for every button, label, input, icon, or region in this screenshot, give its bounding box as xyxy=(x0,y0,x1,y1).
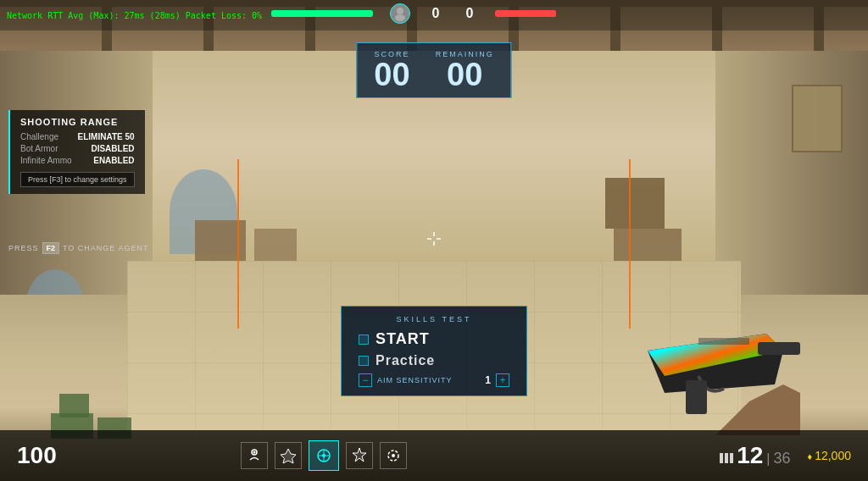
ability-e xyxy=(309,440,339,471)
ammo-current: 12 xyxy=(737,442,763,469)
score-center: 0 0 xyxy=(271,3,597,24)
ability-icons xyxy=(241,440,407,471)
svg-marker-11 xyxy=(281,449,296,463)
bot-armor-val: DISABLED xyxy=(91,144,134,153)
score-value: 00 xyxy=(374,58,409,91)
network-avg-label: Avg (Max): xyxy=(68,11,124,20)
ammo-pip-3 xyxy=(730,453,733,463)
money-value: 12,000 xyxy=(815,449,851,462)
scoreboard: SCORE 00 REMAINING 00 xyxy=(356,42,511,98)
ability-c-icon xyxy=(241,442,268,469)
network-rtt-label: Network RTT xyxy=(7,11,63,20)
network-packet-loss-label: Packet Loss: xyxy=(186,11,252,20)
svg-point-13 xyxy=(322,454,326,457)
start-label: START xyxy=(376,330,430,348)
skills-title: SKILLS TEST xyxy=(359,315,509,323)
ability-f xyxy=(380,442,407,469)
ally-health-bar xyxy=(271,10,373,17)
svg-point-16 xyxy=(392,454,395,457)
remaining-box: REMAINING 00 xyxy=(436,50,494,91)
remaining-value: 00 xyxy=(447,58,482,91)
ammo-pip-1 xyxy=(720,453,723,463)
ability-c xyxy=(241,442,268,469)
enemy-health-bar xyxy=(495,10,597,17)
ally-health-bar-container xyxy=(271,10,373,17)
weapon-hand xyxy=(614,266,800,439)
ability-q xyxy=(275,442,302,469)
svg-rect-6 xyxy=(758,342,800,355)
ammo-display: 12 | 36 xyxy=(720,442,790,469)
press-label: PRESS xyxy=(8,244,39,252)
infinite-ammo-val: ENABLED xyxy=(93,156,134,165)
ammo-pip-2 xyxy=(725,453,728,463)
money-symbol: ♦ xyxy=(807,451,815,462)
start-button[interactable]: START xyxy=(359,330,509,348)
network-rtt-value: 27ms (28ms) xyxy=(125,11,181,20)
ability-x-icon xyxy=(346,442,373,469)
money-display: ♦ 12,000 xyxy=(807,449,851,462)
svg-point-1 xyxy=(395,14,405,21)
enemy-score: 0 xyxy=(461,6,478,21)
ability-f-icon xyxy=(380,442,407,469)
enemy-health-fill xyxy=(495,10,556,17)
network-info: Network RTT Avg (Max): 27ms (28ms) Packe… xyxy=(7,11,262,20)
player-avatar xyxy=(390,3,410,24)
ability-x xyxy=(346,442,373,469)
ability-e-icon xyxy=(309,440,339,471)
infinite-ammo-row: Infinite Ammo ENABLED xyxy=(20,156,135,165)
ammo-reserve: 36 xyxy=(773,450,790,467)
ammo-pips xyxy=(720,453,733,463)
svg-point-0 xyxy=(397,8,403,14)
ammo-separator: | xyxy=(766,451,770,467)
aim-sensitivity-row: − AIM SENSITIVITY 1 + xyxy=(359,373,509,387)
ability-q-icon xyxy=(275,442,302,469)
score-box: SCORE 00 xyxy=(374,50,409,91)
aim-sensitivity-label: AIM SENSITIVITY xyxy=(377,376,480,384)
svg-marker-14 xyxy=(353,448,366,462)
ally-health-fill xyxy=(271,10,373,17)
network-packet-loss-value: 0% xyxy=(252,11,262,20)
health-display: 100 xyxy=(17,442,85,469)
svg-rect-7 xyxy=(698,338,749,345)
ally-score: 0 xyxy=(427,6,444,21)
range-title: SHOOTING RANGE xyxy=(20,117,135,127)
top-hud: Network RTT Avg (Max): 27ms (28ms) Packe… xyxy=(0,0,868,30)
bot-armor-key: Bot Armor xyxy=(20,144,58,153)
aim-sensitivity-value: 1 xyxy=(485,374,491,386)
practice-icon xyxy=(359,356,369,366)
practice-label: Practice xyxy=(376,353,435,368)
crosshair xyxy=(426,230,442,251)
settings-button[interactable]: Press [F3] to change settings xyxy=(20,172,135,187)
practice-button[interactable]: Practice xyxy=(359,353,509,368)
shooting-range-panel: SHOOTING RANGE Challenge ELIMINATE 50 Bo… xyxy=(8,110,145,194)
change-agent-prompt: PRESS F2 TO CHANGE AGENT xyxy=(8,242,148,254)
start-icon xyxy=(359,334,369,345)
aim-increase-button[interactable]: + xyxy=(496,373,509,387)
challenge-key: Challenge xyxy=(20,132,58,141)
weapon-svg xyxy=(614,266,800,435)
challenge-row: Challenge ELIMINATE 50 xyxy=(20,132,135,141)
f2-key: F2 xyxy=(42,242,60,254)
svg-point-10 xyxy=(253,451,256,454)
svg-rect-8 xyxy=(686,380,707,414)
to-change-label: TO CHANGE AGENT xyxy=(63,244,148,252)
bot-armor-row: Bot Armor DISABLED xyxy=(20,144,135,153)
infinite-ammo-key: Infinite Ammo xyxy=(20,156,72,165)
challenge-val: ELIMINATE 50 xyxy=(78,132,135,141)
bottom-hud: 100 xyxy=(0,430,868,481)
aim-decrease-button[interactable]: − xyxy=(359,373,372,387)
skills-test-panel: SKILLS TEST START Practice − AIM SENSITI… xyxy=(341,306,527,396)
